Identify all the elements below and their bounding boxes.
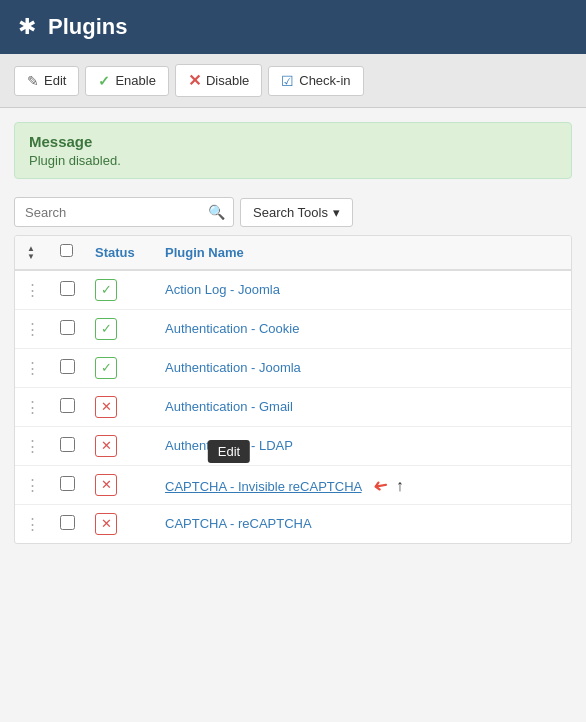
plugin-name: Authentication - LDAP <box>165 438 293 453</box>
drag-handle-icon[interactable]: ⋮ <box>25 437 40 454</box>
search-input[interactable] <box>15 199 200 226</box>
search-input-wrap: 🔍 <box>14 197 234 227</box>
plugins-table: ▲▼ Status Plugin Name ⋮ ✓ <box>14 235 572 544</box>
plugin-name-cell: CAPTCHA - Invisible reCAPTCHA ➜ ↑ <box>155 465 571 504</box>
search-submit-button[interactable]: 🔍 <box>200 198 233 226</box>
plugin-name: Authentication - Gmail <box>165 399 293 414</box>
plugin-name: Authentication - Joomla <box>165 360 301 375</box>
status-enabled-icon[interactable]: ✓ <box>95 357 117 379</box>
search-tools-button[interactable]: Search Tools ▾ <box>240 198 353 227</box>
disable-label: Disable <box>206 73 249 88</box>
plugin-name: Authentication - Cookie <box>165 321 299 336</box>
edit-label: Edit <box>44 73 66 88</box>
row-checkbox[interactable] <box>60 515 75 530</box>
drag-handle-cell: ⋮ <box>15 309 50 348</box>
search-icon: 🔍 <box>208 204 225 220</box>
drag-handle-cell: ⋮ <box>15 348 50 387</box>
th-status: Status <box>85 236 155 270</box>
drag-handle-icon[interactable]: ⋮ <box>25 281 40 298</box>
disable-icon: ✕ <box>188 71 201 90</box>
th-drag: ▲▼ <box>15 236 50 270</box>
plugin-name-cell: Authentication - Joomla <box>155 348 571 387</box>
drag-handle-cell: ⋮ <box>15 465 50 504</box>
plugin-name-cell: CAPTCHA - reCAPTCHA <box>155 504 571 543</box>
plugin-name: Action Log - Joomla <box>165 282 280 297</box>
drag-handle-icon[interactable]: ⋮ <box>25 320 40 337</box>
row-checkbox-cell <box>50 465 85 504</box>
status-cell: ✓ <box>85 348 155 387</box>
message-text: Plugin disabled. <box>29 153 557 168</box>
row-checkbox[interactable] <box>60 437 75 452</box>
drag-handle-icon[interactable]: ⋮ <box>25 359 40 376</box>
th-plugin-name: Plugin Name <box>155 236 571 270</box>
drag-handle-icon[interactable]: ⋮ <box>25 476 40 493</box>
row-checkbox-cell <box>50 504 85 543</box>
toolbar: ✎ Edit ✓ Enable ✕ Disable ☑ Check-in <box>0 54 586 108</box>
row-checkbox-cell <box>50 387 85 426</box>
plugin-name-cell: Action Log - Joomla <box>155 270 571 310</box>
status-enabled-icon[interactable]: ✓ <box>95 318 117 340</box>
plugin-name: CAPTCHA - reCAPTCHA <box>165 516 312 531</box>
status-cell: ✕ <box>85 465 155 504</box>
status-cell: ✕ <box>85 387 155 426</box>
table-row: ⋮ ✕ CAPTCHA - Invisible reCAPTCHA ➜ ↑ <box>15 465 571 504</box>
row-checkbox-cell <box>50 426 85 465</box>
row-checkbox[interactable] <box>60 398 75 413</box>
sort-icon: ▲▼ <box>27 245 35 261</box>
plugins-icon: ✱ <box>18 14 36 40</box>
plugin-name-cell: Edit Authentication - LDAP <box>155 426 571 465</box>
row-checkbox-cell <box>50 270 85 310</box>
row-checkbox[interactable] <box>60 320 75 335</box>
table-row: ⋮ ✕ Edit Authentication - LDAP <box>15 426 571 465</box>
select-all-checkbox[interactable] <box>60 244 73 257</box>
enable-button[interactable]: ✓ Enable <box>85 66 168 96</box>
search-bar: 🔍 Search Tools ▾ <box>0 189 586 235</box>
edit-button[interactable]: ✎ Edit <box>14 66 79 96</box>
status-cell: ✕ <box>85 426 155 465</box>
drag-handle-cell: ⋮ <box>15 504 50 543</box>
enable-label: Enable <box>115 73 155 88</box>
status-disabled-icon[interactable]: ✕ <box>95 435 117 457</box>
disable-button[interactable]: ✕ Disable <box>175 64 262 97</box>
status-disabled-icon[interactable]: ✕ <box>95 474 117 496</box>
cursor-icon: ↑ <box>396 477 404 494</box>
status-cell: ✓ <box>85 270 155 310</box>
message-title: Message <box>29 133 557 150</box>
drag-handle-icon[interactable]: ⋮ <box>25 398 40 415</box>
edit-icon: ✎ <box>27 73 39 89</box>
status-cell: ✕ <box>85 504 155 543</box>
arrow-indicator: ➜ <box>371 472 390 496</box>
message-box: Message Plugin disabled. <box>14 122 572 179</box>
table-header-row: ▲▼ Status Plugin Name <box>15 236 571 270</box>
status-cell: ✓ <box>85 309 155 348</box>
checkin-button[interactable]: ☑ Check-in <box>268 66 363 96</box>
table-row: ⋮ ✓ Authentication - Cookie <box>15 309 571 348</box>
plugin-name-cell: Authentication - Cookie <box>155 309 571 348</box>
status-disabled-icon[interactable]: ✕ <box>95 513 117 535</box>
status-disabled-icon[interactable]: ✕ <box>95 396 117 418</box>
row-checkbox-cell <box>50 348 85 387</box>
plugin-name-link[interactable]: CAPTCHA - Invisible reCAPTCHA <box>165 479 362 494</box>
row-checkbox[interactable] <box>60 359 75 374</box>
search-tools-label: Search Tools <box>253 205 328 220</box>
drag-handle-cell: ⋮ <box>15 387 50 426</box>
plugin-name-cell: Authentication - Gmail <box>155 387 571 426</box>
drag-handle-cell: ⋮ <box>15 270 50 310</box>
status-col-label: Status <box>95 245 135 260</box>
drag-handle-cell: ⋮ <box>15 426 50 465</box>
table-row: ⋮ ✕ Authentication - Gmail <box>15 387 571 426</box>
page-header: ✱ Plugins <box>0 0 586 54</box>
table-row: ⋮ ✓ Authentication - Joomla <box>15 348 571 387</box>
row-checkbox[interactable] <box>60 476 75 491</box>
name-col-label: Plugin Name <box>165 245 244 260</box>
drag-handle-icon[interactable]: ⋮ <box>25 515 40 532</box>
chevron-down-icon: ▾ <box>333 205 340 220</box>
page-title: Plugins <box>48 14 127 40</box>
table-row: ⋮ ✕ CAPTCHA - reCAPTCHA <box>15 504 571 543</box>
status-enabled-icon[interactable]: ✓ <box>95 279 117 301</box>
row-checkbox-cell <box>50 309 85 348</box>
enable-icon: ✓ <box>98 73 110 89</box>
checkin-label: Check-in <box>299 73 350 88</box>
row-checkbox[interactable] <box>60 281 75 296</box>
table-row: ⋮ ✓ Action Log - Joomla <box>15 270 571 310</box>
